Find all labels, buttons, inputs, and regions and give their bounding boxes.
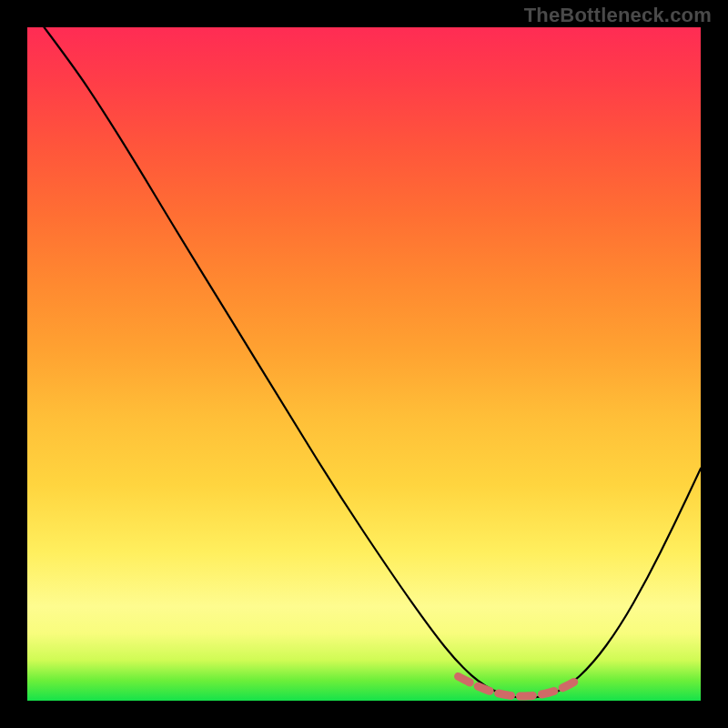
plot-area [27, 27, 701, 701]
watermark-text: TheBottleneck.com [524, 4, 712, 27]
plot-svg [27, 27, 701, 701]
chart-frame: TheBottleneck.com [0, 0, 728, 728]
bottleneck-curve [45, 27, 702, 698]
